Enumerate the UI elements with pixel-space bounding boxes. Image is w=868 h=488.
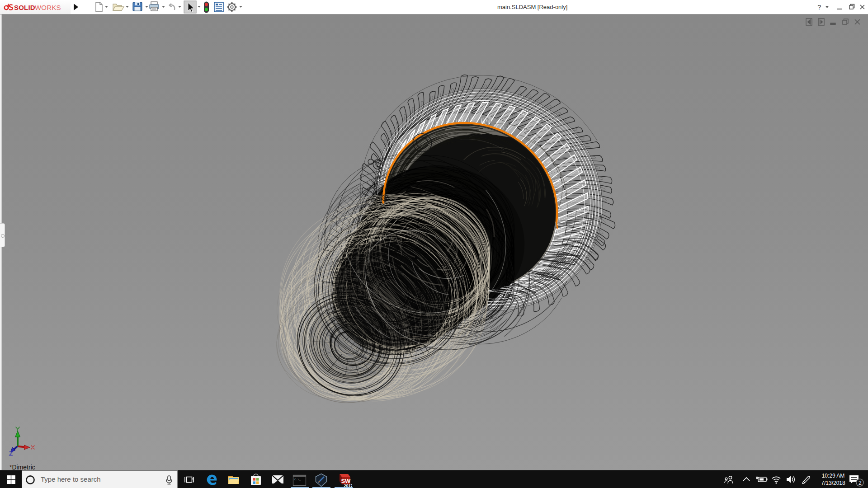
svg-text:2: 2	[859, 480, 862, 486]
svg-text:WORKS: WORKS	[35, 4, 61, 11]
svg-text:SOLID: SOLID	[14, 4, 35, 11]
svg-text:C:\_: C:\_	[294, 478, 301, 481]
svg-text:?: ?	[817, 3, 821, 11]
